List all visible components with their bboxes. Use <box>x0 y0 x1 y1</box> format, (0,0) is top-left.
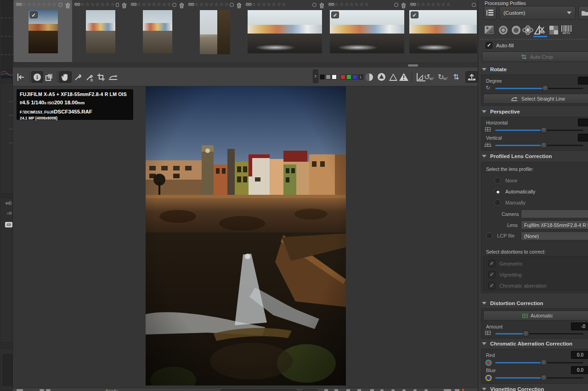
tab-transform[interactable] <box>534 24 545 36</box>
crop-tool-icon[interactable] <box>96 71 107 83</box>
rating-star-icon[interactable]: ☆ <box>209 2 214 7</box>
rating-star-icon[interactable]: ☆ <box>32 2 36 7</box>
thumbnail-image[interactable] <box>86 10 115 53</box>
select-straight-line-button[interactable]: Select Straight Line <box>483 94 588 104</box>
thumbnail-image[interactable] <box>143 10 172 53</box>
rating-star-icon[interactable]: ☆ <box>106 2 110 7</box>
profile-load-folder-icon[interactable] <box>578 6 588 20</box>
color-label-circle-icon[interactable] <box>172 3 176 7</box>
filmstrip-thumbnail-3[interactable]: ⚙⚙☆☆☆☆☆☆☆ <box>129 0 186 62</box>
tab-exposure[interactable] <box>484 24 495 36</box>
statusbar-nav-icon[interactable] <box>346 389 350 391</box>
rating-star-icon[interactable]: ☆ <box>162 2 166 7</box>
statusbar-field[interactable] <box>220 389 297 391</box>
thumbnail-image[interactable]: ✓ <box>409 10 477 53</box>
rating-star-icon[interactable]: ☆ <box>262 2 266 7</box>
rating-star-icon[interactable]: ☆ <box>277 2 281 7</box>
rating-star-icon[interactable]: ☆ <box>167 2 171 7</box>
statusbar-button[interactable] <box>302 389 318 391</box>
ca-red-slider-handle[interactable] <box>541 359 547 366</box>
rating-star-icon[interactable]: ☆ <box>360 2 364 7</box>
thumbnail-selected-checkmark[interactable]: ✓ <box>331 11 339 18</box>
rating-star-icon[interactable]: ☆ <box>194 2 198 7</box>
sharpening-mask-icon[interactable] <box>363 71 375 83</box>
statusbar-icon[interactable] <box>40 389 44 391</box>
rating-star-icon[interactable]: ☆ <box>441 2 446 7</box>
rating-star-icon[interactable]: ☆ <box>339 2 344 7</box>
color-label-circle-icon[interactable] <box>312 3 317 7</box>
flip-vertical-icon[interactable]: ⇅ <box>450 71 462 83</box>
vertical-slider-handle[interactable] <box>541 142 547 148</box>
rating-star-icon[interactable]: ☆ <box>215 2 219 7</box>
white-balance-picker-icon[interactable] <box>73 71 84 83</box>
statusbar-zoom-icon[interactable] <box>413 389 417 391</box>
horizontal-value[interactable] <box>578 119 588 126</box>
statusbar-nav-icon[interactable] <box>334 389 338 391</box>
tab-advanced[interactable] <box>522 24 533 36</box>
tab-color[interactable] <box>510 24 521 36</box>
ca-red-slider[interactable] <box>495 359 583 366</box>
radio-manually[interactable] <box>494 199 501 206</box>
thumbnail-selected-checkmark[interactable]: ✓ <box>30 11 38 18</box>
filmstrip-thumbnail-7[interactable]: ⚙⚙☆☆☆☆☆☆☆✓ <box>408 0 478 62</box>
thumbnail-selected-checkmark[interactable]: ✓ <box>411 11 418 18</box>
statusbar-monitor-icon[interactable] <box>444 389 451 391</box>
rating-star-icon[interactable]: ☆ <box>152 2 156 7</box>
before-after-view-icon[interactable] <box>43 71 55 83</box>
section-ca-header[interactable]: Chromatic Aberration Correction <box>482 341 572 346</box>
vertical-value[interactable] <box>578 134 588 142</box>
trash-icon[interactable] <box>401 2 406 7</box>
radio-automatically[interactable] <box>494 188 501 195</box>
rating-star-icon[interactable]: ☆ <box>345 2 349 7</box>
trash-icon[interactable] <box>122 2 127 7</box>
rating-star-icon[interactable]: ☆ <box>90 2 95 7</box>
statusbar-zoom-icon[interactable] <box>402 389 406 391</box>
show-top-panel-icon[interactable] <box>465 71 478 83</box>
statusbar-zoom-icon[interactable] <box>424 389 428 391</box>
image-preview-area[interactable]: FUJIFILM X-A5 + XF18-55mmF2.8-4 R LM OIS… <box>13 86 478 388</box>
rating-star-icon[interactable]: ☆ <box>267 2 271 7</box>
preview-bg-gray-button[interactable] <box>326 74 331 79</box>
color-label-circle-icon[interactable] <box>116 3 119 7</box>
amount-slider[interactable] <box>495 330 583 337</box>
filmstrip-scrollbar[interactable] <box>13 62 478 68</box>
chromatic-aberration-checkbox[interactable]: ✓ <box>488 282 495 289</box>
filmstrip-thumbnail-4[interactable]: ⚙⚙☆☆☆☆☆☆☆ <box>186 0 243 62</box>
lens-field[interactable]: Fujifilm XF18-55mmF2.8-4 R LM <box>521 221 588 229</box>
ca-blue-value[interactable]: 0.0 <box>571 366 588 374</box>
rating-star-icon[interactable]: ☆ <box>199 2 204 7</box>
statusbar-nav-icon[interactable] <box>370 389 374 391</box>
photo-canvas[interactable] <box>146 86 346 385</box>
degree-slider[interactable] <box>495 85 583 91</box>
preview-green-channel-button[interactable] <box>346 74 351 79</box>
amount-slider-handle[interactable] <box>523 330 529 337</box>
distortion-automatic-button[interactable]: Automatic <box>483 311 588 321</box>
auto-crop-button[interactable]: Auto-Crop <box>482 51 588 62</box>
auto-fill-row[interactable]: ✓ Auto-fill <box>486 42 514 49</box>
rating-star-icon[interactable]: ☆ <box>204 2 209 7</box>
tab-detail[interactable] <box>498 24 509 36</box>
filmstrip-thumbnail-6[interactable]: ⚙⚙☆☆☆☆☆☆☆✓ <box>326 0 408 62</box>
filmstrip[interactable]: ⚙⚙☆☆☆☆☆☆☆✓⚙⚙☆☆☆☆☆☆☆⚙⚙☆☆☆☆☆☆☆⚙⚙☆☆☆☆☆☆☆⚙⚙☆… <box>13 0 478 62</box>
trash-icon[interactable] <box>237 2 242 7</box>
trash-icon[interactable] <box>65 2 70 7</box>
rating-star-icon[interactable]: ☆ <box>225 2 229 7</box>
thumbnail-image[interactable] <box>248 10 322 53</box>
rating-star-icon[interactable]: ☆ <box>52 2 57 7</box>
rating-star-icon[interactable]: ☆ <box>447 2 451 7</box>
statusbar-zoom-icon[interactable] <box>380 389 384 391</box>
geometric-check-row[interactable]: ✓ Geometric <box>488 260 523 267</box>
rating-star-icon[interactable]: ☆ <box>142 2 146 7</box>
statusbar-zoom-icon[interactable] <box>391 389 395 391</box>
thumbnail-image[interactable]: ✓ <box>28 10 58 53</box>
rating-star-icon[interactable]: ☆ <box>42 2 46 7</box>
straighten-tool-icon[interactable] <box>107 71 119 83</box>
section-rotate-header[interactable]: Rotate <box>482 67 507 72</box>
lens-profile-manual-option[interactable]: Manually <box>494 199 526 206</box>
auto-fill-checkbox[interactable]: ✓ <box>486 42 492 49</box>
radio-none[interactable] <box>494 177 501 184</box>
amount-value[interactable]: -0 <box>571 323 588 330</box>
statusbar-nav-icon[interactable] <box>324 389 328 391</box>
filmstrip-scrollbar-handle[interactable] <box>408 64 418 67</box>
trash-icon[interactable] <box>319 2 324 7</box>
